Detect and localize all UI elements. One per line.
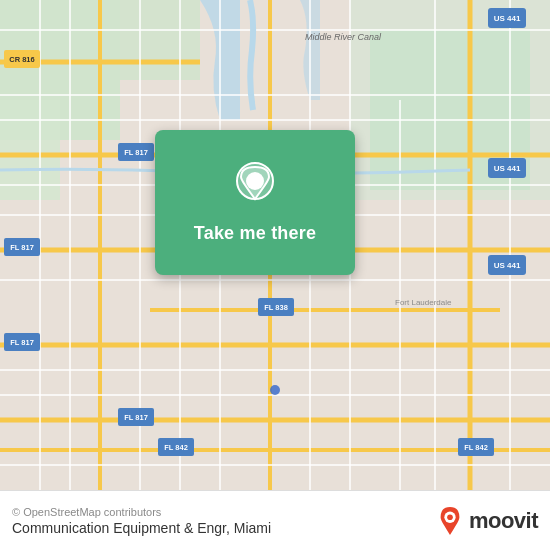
svg-text:FL 838: FL 838 xyxy=(264,303,288,312)
map-view: US 441 US 441 US 441 CR 816 FL 817 FL 81… xyxy=(0,0,550,490)
location-pin-icon xyxy=(233,161,277,213)
svg-text:US 441: US 441 xyxy=(494,14,521,23)
copyright-text: © OpenStreetMap contributors xyxy=(12,506,271,518)
svg-text:Fort Lauderdale: Fort Lauderdale xyxy=(395,298,452,307)
moovit-logo: moovit xyxy=(436,505,538,537)
svg-text:FL 817: FL 817 xyxy=(124,413,148,422)
svg-text:FL 842: FL 842 xyxy=(464,443,488,452)
svg-point-65 xyxy=(447,514,453,520)
svg-text:Middle River Canal: Middle River Canal xyxy=(305,32,382,42)
svg-text:US 441: US 441 xyxy=(494,164,521,173)
take-me-there-label: Take me there xyxy=(194,223,316,244)
location-name: Communication Equipment & Engr, Miami xyxy=(12,520,271,536)
svg-text:FL 817: FL 817 xyxy=(10,338,34,347)
moovit-brand-text: moovit xyxy=(469,508,538,534)
moovit-pin-icon xyxy=(436,505,464,537)
bottom-info: © OpenStreetMap contributors Communicati… xyxy=(12,506,271,536)
take-me-there-card[interactable]: Take me there xyxy=(155,130,355,275)
svg-rect-2 xyxy=(120,0,200,80)
svg-text:CR 816: CR 816 xyxy=(9,55,34,64)
svg-text:FL 817: FL 817 xyxy=(10,243,34,252)
svg-point-61 xyxy=(270,385,280,395)
svg-text:US 441: US 441 xyxy=(494,261,521,270)
svg-text:FL 842: FL 842 xyxy=(164,443,188,452)
bottom-bar: © OpenStreetMap contributors Communicati… xyxy=(0,490,550,550)
svg-text:FL 817: FL 817 xyxy=(124,148,148,157)
